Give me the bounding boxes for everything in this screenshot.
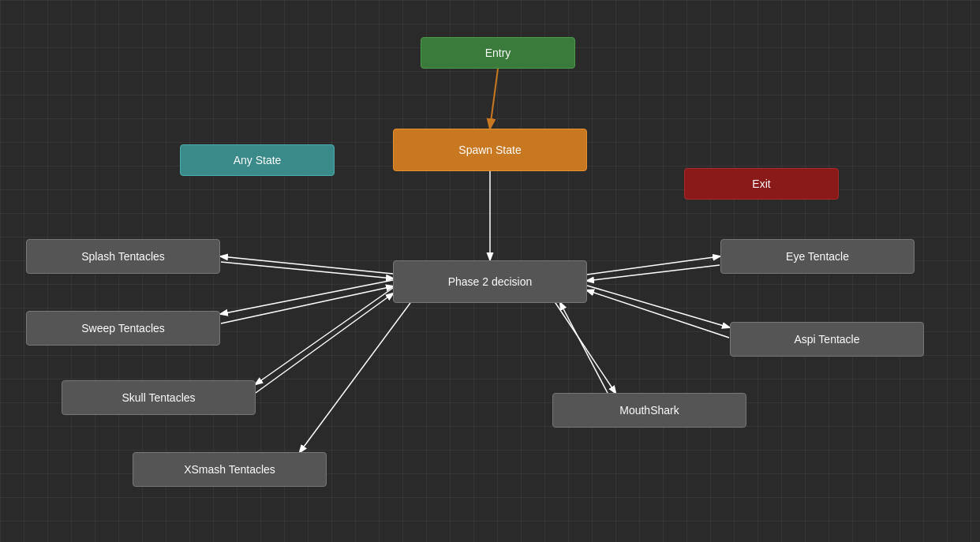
conn-skull-phase-back <box>256 293 393 393</box>
conn-phase-skull-out <box>256 288 393 384</box>
any-state-label: Any State <box>234 154 282 166</box>
skull-label: Skull Tentacles <box>122 391 195 404</box>
spawn-state-node[interactable]: Spawn State <box>393 129 587 171</box>
phase-decision-node[interactable]: Phase 2 decision <box>393 260 587 303</box>
sweep-label: Sweep Tentacles <box>81 322 165 335</box>
conn-sweep-phase-back <box>221 286 393 323</box>
spawn-label: Spawn State <box>458 144 521 156</box>
splash-label: Splash Tentacles <box>81 250 165 263</box>
conn-splash-phase-back <box>221 262 393 278</box>
conn-entry-spawn <box>490 69 498 128</box>
entry-node[interactable]: Entry <box>421 37 575 69</box>
conn-phase-eye-out <box>587 256 720 275</box>
mouthshark-label: MouthShark <box>619 404 679 417</box>
any-state-node[interactable]: Any State <box>180 144 335 176</box>
mouthshark-node[interactable]: MouthShark <box>552 393 746 428</box>
exit-label: Exit <box>752 178 770 190</box>
eye-tentacle-node[interactable]: Eye Tentacle <box>720 239 915 274</box>
skull-tentacles-node[interactable]: Skull Tentacles <box>62 380 256 415</box>
eye-label: Eye Tentacle <box>786 250 849 263</box>
conn-phase-splash-out <box>221 256 393 274</box>
xsmash-label: XSmash Tentacles <box>184 463 275 476</box>
conn-phase-mouthshark-out <box>552 298 615 393</box>
aspi-tentacle-node[interactable]: Aspi Tentacle <box>730 322 924 357</box>
aspi-label: Aspi Tentacle <box>794 333 859 346</box>
phase-label: Phase 2 decision <box>448 275 533 288</box>
conn-phase-aspi-out <box>587 286 729 327</box>
xsmash-tentacles-node[interactable]: XSmash Tentacles <box>133 452 327 487</box>
conn-mouthshark-phase-back <box>560 303 608 393</box>
conn-phase-xsmash-out <box>300 303 410 452</box>
conn-eye-phase-back <box>587 265 720 281</box>
exit-node[interactable]: Exit <box>684 168 839 200</box>
conn-phase-sweep-out <box>221 280 393 314</box>
conn-aspi-phase-back <box>587 290 729 338</box>
sweep-tentacles-node[interactable]: Sweep Tentacles <box>26 311 220 346</box>
splash-tentacles-node[interactable]: Splash Tentacles <box>26 239 220 274</box>
entry-label: Entry <box>485 47 511 59</box>
